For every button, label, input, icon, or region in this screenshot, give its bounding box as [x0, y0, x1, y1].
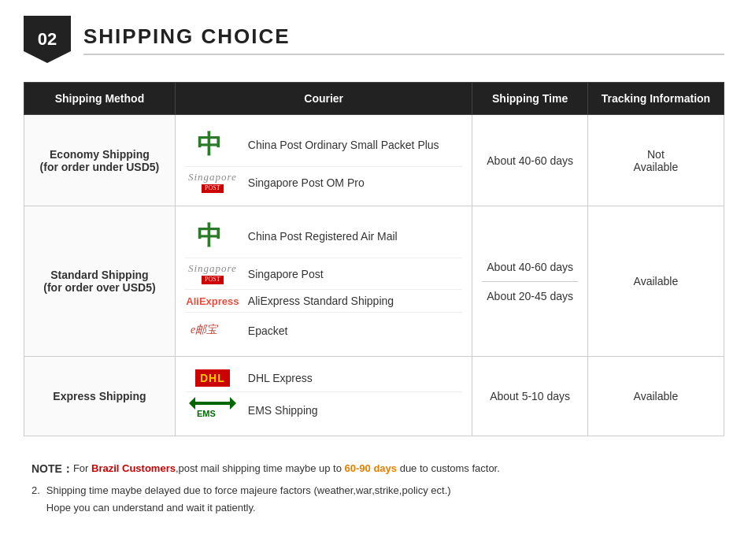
- chinapost-logo-2: 中: [185, 219, 240, 253]
- table-row-economy: Economy Shipping(for order under USD5) 中…: [24, 115, 724, 206]
- standard-time-2: About 20-45 days: [482, 290, 577, 302]
- note-2-line: 2. Shipping time maybe delayed due to fo…: [31, 482, 724, 517]
- courier-epacket: e邮宝 Epacket: [185, 313, 463, 348]
- dhl-name: DHL Express: [248, 372, 313, 384]
- aliexpress-name: AliExpress Standard Shipping: [248, 295, 394, 307]
- note-header-line: NOTE： For Brazil Customers,post mail shi…: [31, 460, 724, 479]
- express-method-cell: Express Shipping: [24, 357, 176, 436]
- svg-text:中: 中: [197, 221, 222, 250]
- sgpost-2-name: Singapore Post: [248, 268, 324, 280]
- chinapost-logo-1: 中: [185, 128, 240, 161]
- aliexpress-logo: AliExpress: [185, 295, 240, 307]
- courier-sgpost-2: Singapore POST Singapore Post: [185, 258, 463, 290]
- table-row-standard: Standard Shipping(for order over USD5) 中…: [24, 206, 724, 357]
- svg-text:EMS: EMS: [197, 409, 216, 418]
- note-label: NOTE：: [31, 460, 73, 479]
- economy-method-cell: Economy Shipping(for order under USD5): [24, 115, 176, 206]
- table-header-row: Shipping Method Courier Shipping Time Tr…: [24, 83, 724, 115]
- economy-couriers-cell: 中 China Post Ordinary Small Packet Plus …: [175, 115, 472, 206]
- express-time-cell: About 5-10 days: [472, 357, 587, 436]
- chinapost-1-name: China Post Ordinary Small Packet Plus: [248, 139, 439, 151]
- dhl-logo: DHL: [185, 369, 240, 387]
- svg-text:中: 中: [197, 130, 222, 158]
- express-tracking-cell: Available: [587, 357, 724, 436]
- courier-ems: EMS EMS Shipping: [185, 392, 463, 428]
- note-1-days: 60-90 days: [345, 462, 398, 474]
- sgpost-logo-2: Singapore POST: [185, 263, 240, 284]
- shipping-table: Shipping Method Courier Shipping Time Tr…: [24, 82, 724, 436]
- standard-time-cell: About 40-60 days About 20-45 days: [472, 206, 587, 357]
- courier-chinapost-2: 中 China Post Registered Air Mail: [185, 214, 463, 258]
- epacket-logo: e邮宝: [185, 317, 240, 343]
- table-row-express: Express Shipping DHL DHL Express EMS: [24, 357, 724, 436]
- sgpost-1-name: Singapore Post OM Pro: [248, 176, 365, 189]
- notes-section: NOTE： For Brazil Customers,post mail shi…: [24, 452, 724, 517]
- col-time: Shipping Time: [472, 83, 587, 115]
- page-header: 02 SHIPPING CHOICE: [24, 16, 724, 63]
- standard-tracking-cell: Available: [587, 206, 724, 357]
- svg-text:e邮宝: e邮宝: [191, 324, 219, 336]
- economy-tracking-cell: NotAvailable: [587, 115, 724, 206]
- express-couriers-cell: DHL DHL Express EMS EMS Shipping: [175, 357, 472, 436]
- standard-method-cell: Standard Shipping(for order over USD5): [24, 206, 176, 357]
- note-1-text: For Brazil Customers,post mail shipping …: [73, 460, 500, 479]
- section-badge: 02: [24, 16, 71, 63]
- courier-chinapost-1: 中 China Post Ordinary Small Packet Plus: [185, 123, 463, 167]
- note-2-num: 2.: [31, 482, 40, 517]
- standard-time-1: About 40-60 days: [482, 261, 577, 282]
- note-1-brazil: Brazil Customers: [91, 462, 176, 474]
- note-2-text: Shipping time maybe delayed due to force…: [46, 482, 451, 517]
- col-courier: Courier: [175, 83, 472, 115]
- courier-aliexpress: AliExpress AliExpress Standard Shipping: [185, 290, 463, 313]
- col-method: Shipping Method: [24, 83, 176, 115]
- svg-marker-3: [189, 397, 236, 410]
- sgpost-logo-1: Singapore POST: [185, 172, 240, 193]
- page-title: SHIPPING CHOICE: [83, 24, 724, 55]
- economy-time-cell: About 40-60 days: [472, 115, 587, 206]
- courier-dhl: DHL DHL Express: [185, 365, 463, 392]
- chinapost-2-name: China Post Registered Air Mail: [248, 230, 398, 243]
- col-tracking: Tracking Information: [587, 83, 724, 115]
- courier-sgpost-1: Singapore POST Singapore Post OM Pro: [185, 167, 463, 198]
- ems-name: EMS Shipping: [248, 404, 318, 417]
- ems-logo: EMS: [185, 397, 240, 423]
- epacket-name: Epacket: [248, 325, 288, 337]
- standard-couriers-cell: 中 China Post Registered Air Mail Singapo…: [175, 206, 472, 357]
